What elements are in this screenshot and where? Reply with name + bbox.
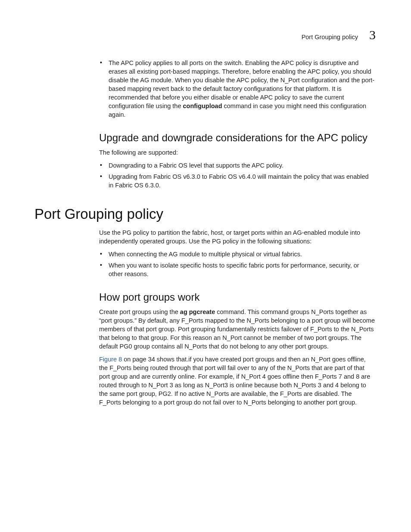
running-head: Port Grouping policy 3: [302, 28, 376, 42]
inline-command: configupload: [183, 103, 222, 109]
body-text: The APC policy applies to all ports on t…: [109, 59, 374, 109]
upgrade-list: Downgrading to a Fabric OS level that su…: [99, 161, 375, 190]
page: Port Grouping policy 3 The APC policy ap…: [0, 0, 411, 532]
figure-link[interactable]: Figure 8: [99, 356, 122, 363]
list-item: Downgrading to a Fabric OS level that su…: [99, 161, 375, 170]
list-item: When connecting the AG module to multipl…: [99, 250, 375, 258]
body-text: Downgrading to a Fabric OS level that su…: [109, 162, 283, 169]
list-item: Upgrading from Fabric OS v6.3.0 to Fabri…: [99, 172, 375, 190]
content: The APC policy applies to all ports on t…: [99, 26, 375, 407]
body-text: The following are supported:: [99, 148, 375, 157]
body-text: Create port groups using the: [99, 308, 180, 315]
pg-situations-list: When connecting the AG module to multipl…: [99, 250, 375, 278]
list-item: When you want to isolate specific hosts …: [99, 261, 375, 278]
apc-policy-list: The APC policy applies to all ports on t…: [99, 59, 375, 119]
heading-upgrade-downgrade: Upgrade and downgrade considerations for…: [99, 132, 375, 144]
list-item: The APC policy applies to all ports on t…: [99, 59, 375, 119]
body-text: Use the PG policy to partition the fabri…: [99, 228, 375, 246]
inline-command: pgcreate: [189, 308, 215, 315]
body-text: Upgrading from Fabric OS v6.3.0 to Fabri…: [109, 173, 369, 189]
inline-command: ag: [180, 308, 187, 315]
heading-how-port-groups-work: How port groups work: [99, 291, 375, 303]
body-text: Create port groups using the ag pgcreate…: [99, 308, 375, 351]
body-text: on page 34 shows that.if you have create…: [99, 356, 370, 406]
running-head-title: Port Grouping policy: [302, 34, 358, 40]
body-text: When you want to isolate specific hosts …: [109, 262, 359, 277]
chapter-number: 3: [369, 28, 376, 42]
heading-port-grouping-policy: Port Grouping policy: [34, 206, 375, 222]
body-text: Figure 8 on page 34 shows that.if you ha…: [99, 355, 375, 407]
body-text: When connecting the AG module to multipl…: [109, 251, 302, 258]
